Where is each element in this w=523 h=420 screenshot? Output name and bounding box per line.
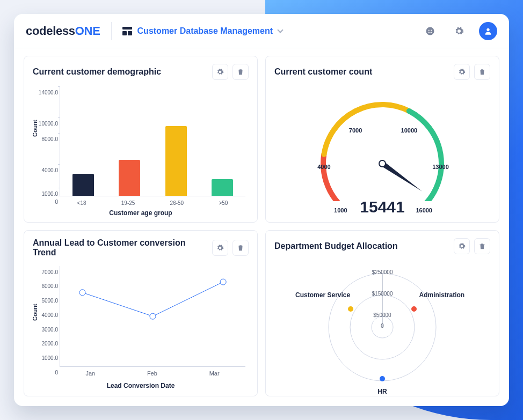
card-title: Annual Lead to Customer conversion Trend [33, 238, 208, 257]
bar-chart: Count 01000.04000.08000.010000.014000.0 … [33, 83, 249, 218]
r-tick: $50000 [373, 312, 391, 318]
profile-button[interactable] [479, 22, 497, 40]
user-icon [484, 27, 492, 35]
r-tick: $250000 [372, 269, 393, 275]
svg-point-3 [486, 28, 489, 31]
card-title: Current customer count [274, 67, 449, 77]
card-trend: Annual Lead to Customer conversion Trend… [24, 230, 258, 397]
workspace-name: Customer Database Management [137, 26, 273, 36]
polar-label: Administration [419, 291, 465, 299]
x-tick: >50 [219, 200, 228, 206]
y-tick: 0 [35, 370, 58, 375]
card-settings-button[interactable] [212, 64, 228, 80]
gear-icon [458, 242, 466, 250]
card-settings-button[interactable] [454, 64, 470, 80]
workspace-icon [122, 27, 132, 35]
bar [119, 160, 140, 196]
trash-icon [478, 242, 486, 250]
brand-logo: codelessONE [26, 24, 100, 38]
y-tick: 14000.0 [35, 90, 58, 95]
gauge-tick: 4000 [317, 164, 330, 170]
card-demographic: Current customer demographic Count 01000… [24, 56, 258, 223]
svg-point-5 [379, 160, 386, 167]
svg-point-7 [150, 313, 156, 319]
x-tick: Feb [147, 370, 157, 377]
polar-point [411, 306, 417, 312]
brand-part-a: codeless [26, 24, 75, 38]
svg-point-6 [79, 289, 85, 295]
dashboard-grid: Current customer demographic Count 01000… [14, 48, 509, 406]
gauge-value: 15441 [360, 198, 404, 216]
svg-point-0 [426, 27, 434, 35]
y-tick: 7000.0 [35, 269, 58, 275]
trash-icon [237, 244, 244, 252]
y-tick: 1000.0 [35, 190, 58, 196]
card-delete-button[interactable] [233, 64, 249, 80]
smile-icon [425, 26, 435, 36]
y-tick: 4000.0 [35, 312, 58, 318]
bar [165, 126, 187, 195]
gauge-tick: 1000 [334, 207, 347, 213]
x-axis-label: Customer age group [33, 209, 249, 217]
card-delete-button[interactable] [233, 240, 249, 256]
gauge-tick: 13000 [432, 164, 449, 170]
gear-icon [216, 244, 224, 252]
r-tick: $150000 [372, 291, 393, 297]
x-tick: 19-25 [121, 200, 135, 206]
y-tick: 10000.0 [35, 121, 58, 127]
x-tick: Jan [85, 370, 95, 377]
x-tick: <18 [77, 200, 86, 206]
card-settings-button[interactable] [212, 240, 228, 256]
gauge-chart: 15441 100040007000100001300016000 [274, 83, 490, 218]
polar-label: Customer Service [295, 291, 350, 299]
polar-point [380, 376, 385, 381]
y-tick: 2000.0 [35, 341, 58, 347]
y-tick: 3000.0 [35, 326, 58, 332]
card-delete-button[interactable] [474, 238, 490, 254]
y-tick: 8000.0 [35, 136, 58, 142]
card-settings-button[interactable] [454, 238, 470, 254]
gear-icon [216, 68, 224, 76]
y-tick: 5000.0 [35, 298, 58, 304]
x-tick: Mar [209, 370, 220, 377]
workspace-switcher[interactable]: Customer Database Management [122, 26, 283, 36]
chevron-down-icon [277, 27, 283, 33]
gear-icon [454, 26, 464, 36]
separator [111, 22, 112, 40]
gauge-tick: 10000 [401, 127, 418, 134]
card-delete-button[interactable] [474, 64, 490, 80]
gauge-tick: 7000 [349, 127, 362, 134]
y-tick: 6000.0 [35, 283, 58, 289]
line-chart: Count 01000.02000.03000.04000.05000.0600… [33, 261, 249, 392]
card-count: Current customer count 15441 10004000700… [265, 56, 499, 223]
y-tick: 1000.0 [35, 355, 58, 361]
card-title: Department Budget Allocation [274, 241, 449, 251]
bar [212, 179, 233, 196]
topbar: codelessONE Customer Database Management [14, 14, 509, 48]
polar-label: HR [377, 388, 387, 395]
svg-marker-4 [381, 161, 422, 191]
r-tick: 0 [381, 323, 384, 329]
settings-button[interactable] [450, 22, 468, 40]
x-axis-label: Lead Conversion Date [33, 382, 249, 389]
gauge-tick: 16000 [416, 207, 432, 213]
brand-part-b: ONE [75, 24, 100, 38]
feedback-button[interactable] [421, 22, 439, 40]
svg-point-8 [220, 279, 226, 285]
gear-icon [458, 68, 466, 76]
svg-point-2 [431, 30, 432, 31]
bar [72, 174, 94, 196]
trash-icon [478, 68, 486, 76]
app-window: codelessONE Customer Database Management [14, 14, 509, 406]
card-budget: Department Budget Allocation 0$50000$150… [265, 230, 499, 397]
trash-icon [237, 68, 244, 76]
svg-point-1 [428, 30, 430, 31]
x-tick: 26-50 [170, 200, 184, 206]
polar-point [348, 306, 353, 312]
y-tick: 4000.0 [35, 167, 58, 173]
y-tick: 0 [35, 198, 58, 204]
polar-chart: 0$50000$150000$250000Customer ServiceAdm… [274, 257, 490, 392]
card-title: Current customer demographic [33, 67, 208, 77]
